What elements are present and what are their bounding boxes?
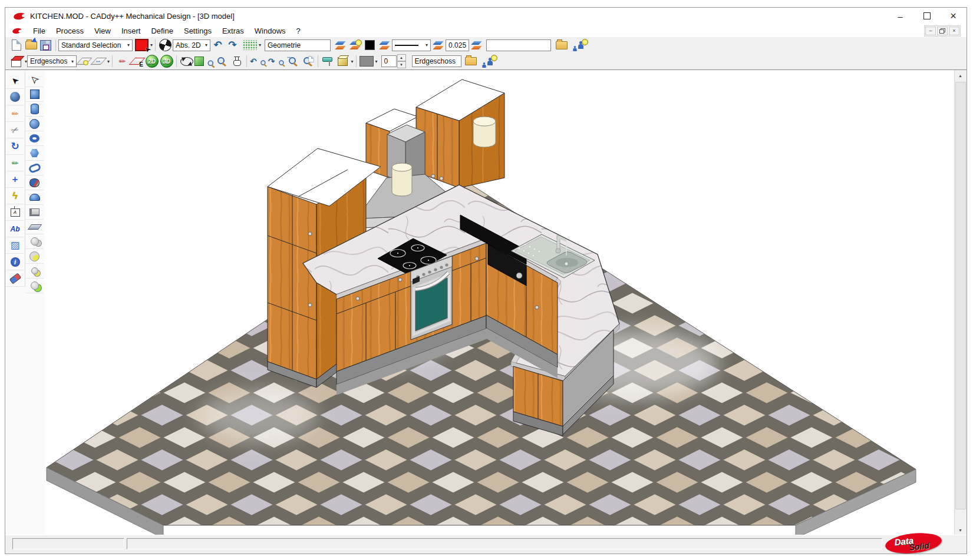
- tool-annotate[interactable]: ✏: [6, 155, 24, 171]
- group-folder-button[interactable]: [556, 39, 573, 52]
- model-canvas[interactable]: [45, 70, 955, 536]
- zoom-dynamic-button[interactable]: ↔: [286, 55, 300, 68]
- tool-dome-solid[interactable]: [25, 190, 44, 205]
- chevron-down-icon[interactable]: ▾: [259, 42, 261, 48]
- restore-icon-front: [939, 29, 944, 34]
- storey-box-button[interactable]: [9, 55, 23, 68]
- save-button[interactable]: [39, 39, 52, 52]
- render-mode-button[interactable]: [336, 55, 349, 68]
- tool-box-solid[interactable]: [25, 87, 44, 102]
- vertical-scroll-thumb[interactable]: [955, 82, 966, 509]
- tool-boolean-cut[interactable]: [25, 279, 44, 293]
- storey-folder-button[interactable]: [465, 55, 482, 68]
- box-red-icon: [11, 59, 21, 67]
- scroll-up-button[interactable]: ▲: [955, 71, 965, 81]
- line-style-dropdown[interactable]: ▾: [392, 39, 431, 51]
- plane-move-button[interactable]: ↔: [92, 55, 105, 68]
- tool-erase[interactable]: [6, 270, 24, 287]
- tool-select[interactable]: ➤: [6, 72, 24, 89]
- zoom-next-button[interactable]: ↷: [268, 55, 285, 68]
- tool-boolean-subtract[interactable]: [25, 249, 44, 264]
- mdi-minimize-button[interactable]: –: [925, 26, 936, 35]
- open-file-button[interactable]: [24, 39, 38, 52]
- chevron-down-icon[interactable]: ▾: [351, 59, 354, 64]
- view-2d-button[interactable]: 2D: [145, 55, 159, 68]
- selection-color-button[interactable]: ➤: [135, 39, 149, 52]
- line-width-input[interactable]: [446, 39, 469, 51]
- tool-hatch[interactable]: ▨: [6, 237, 24, 254]
- minimize-button[interactable]: –: [887, 8, 913, 24]
- mdi-close-button[interactable]: ×: [949, 26, 959, 35]
- view-3d-button[interactable]: 3D: [160, 55, 173, 68]
- background-color-button[interactable]: [359, 55, 374, 68]
- tool-sketch[interactable]: ✏: [6, 105, 24, 122]
- storey-dropdown[interactable]: Erdgeschos ▾: [27, 55, 77, 67]
- menu-help[interactable]: ?: [291, 25, 306, 37]
- tool-sphere[interactable]: [6, 89, 24, 105]
- layer-color-button[interactable]: [378, 39, 391, 52]
- vertical-scrollbar[interactable]: ▲ ▼: [954, 70, 967, 536]
- menu-windows[interactable]: Windows: [249, 25, 291, 37]
- tool-sphere-solid[interactable]: [25, 117, 44, 131]
- coordinate-mode-dropdown[interactable]: Abs. 2D ▾: [173, 39, 210, 51]
- scroll-down-button[interactable]: ▼: [955, 525, 965, 535]
- tool-dimension-cross[interactable]: +: [6, 171, 24, 188]
- spinner-down-button[interactable]: ▼: [397, 61, 406, 68]
- tool-select-3d[interactable]: ➤: [25, 72, 44, 87]
- undo-button[interactable]: ↶: [211, 39, 225, 52]
- tool-prism-solid[interactable]: [25, 146, 44, 161]
- menu-view[interactable]: View: [89, 25, 116, 37]
- render-fill-button[interactable]: [321, 55, 335, 68]
- tool-text[interactable]: Ab: [6, 221, 24, 237]
- chevron-down-icon[interactable]: ▾: [375, 59, 378, 64]
- storey-name-input[interactable]: [412, 55, 461, 67]
- plane-element-button[interactable]: E: [130, 55, 144, 68]
- zoom-window-button[interactable]: [215, 55, 229, 68]
- layer-linewidth-button[interactable]: [470, 39, 483, 52]
- redo-button[interactable]: ↷: [226, 39, 239, 52]
- tool-torus-solid[interactable]: [25, 131, 44, 146]
- tool-info[interactable]: i: [6, 254, 24, 270]
- menu-define[interactable]: Define: [146, 25, 179, 37]
- maximize-button[interactable]: [913, 8, 940, 24]
- grid-button[interactable]: [242, 39, 257, 52]
- tool-boolean-union[interactable]: [25, 234, 44, 249]
- close-button[interactable]: ×: [940, 8, 967, 24]
- tool-plate-solid[interactable]: [25, 220, 44, 234]
- menu-extras[interactable]: Extras: [217, 25, 249, 37]
- mdi-restore-button[interactable]: [937, 26, 948, 35]
- tool-revolve-solid[interactable]: [25, 175, 44, 190]
- render-sphere-button[interactable]: [159, 39, 172, 52]
- chevron-down-icon[interactable]: ▾: [107, 59, 110, 64]
- menu-process[interactable]: Process: [51, 25, 89, 37]
- tool-transform[interactable]: ↻: [6, 138, 24, 155]
- selection-mode-dropdown[interactable]: Standard Selection ▾: [58, 39, 133, 51]
- level-input[interactable]: [381, 55, 397, 67]
- zoom-solid-button[interactable]: [194, 55, 214, 68]
- menu-file[interactable]: File: [28, 25, 51, 37]
- orbit-button[interactable]: [180, 55, 193, 68]
- zoom-page-button[interactable]: [301, 55, 315, 68]
- aux-input[interactable]: [486, 39, 551, 51]
- layer-folder-button[interactable]: [334, 39, 347, 52]
- new-document-button[interactable]: [9, 39, 23, 52]
- tool-label[interactable]: A: [6, 204, 24, 221]
- edit-plane-button[interactable]: ✏: [116, 55, 129, 68]
- layer-linestyle-button[interactable]: [431, 39, 445, 52]
- tool-dimension-auto[interactable]: ϟ: [6, 188, 24, 204]
- menu-insert[interactable]: Insert: [116, 25, 146, 37]
- pen-color-button[interactable]: [363, 39, 377, 52]
- zoom-previous-button[interactable]: ↶: [250, 55, 267, 68]
- tool-extrude-solid[interactable]: [25, 161, 44, 175]
- tool-cylinder-solid[interactable]: [25, 102, 44, 117]
- pencil-green-icon: ✏: [12, 158, 19, 168]
- pan-button[interactable]: [230, 55, 243, 68]
- tool-modify[interactable]: ✂: [6, 122, 24, 138]
- plane-visibility-button[interactable]: [77, 55, 91, 68]
- menu-settings[interactable]: Settings: [179, 25, 217, 37]
- spinner-up-button[interactable]: ▲: [397, 54, 406, 61]
- layer-name-input[interactable]: [265, 39, 331, 51]
- tool-shell-solid[interactable]: [25, 205, 44, 220]
- tool-boolean-intersect[interactable]: [25, 264, 44, 279]
- layer-visibility-button[interactable]: [348, 39, 362, 52]
